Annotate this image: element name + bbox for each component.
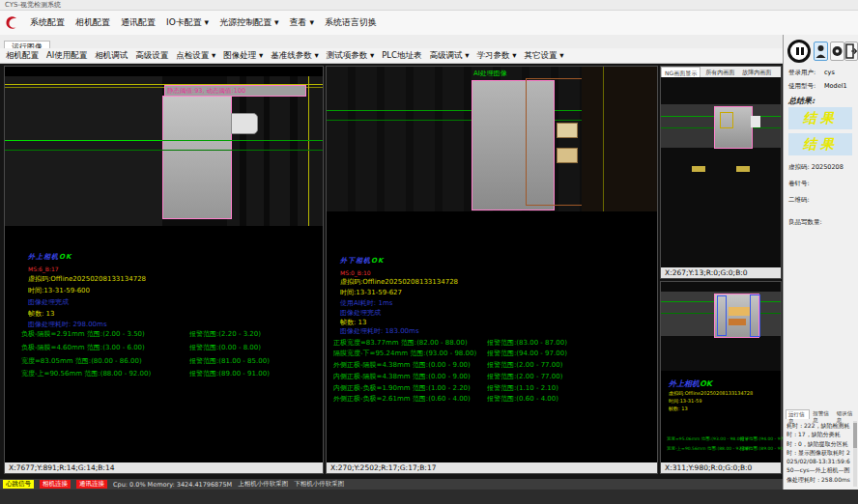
alarm-range: 报警范围:(2.00 - 77.00) [487, 372, 562, 381]
menu-item-camera-config[interactable]: 相机配置 [75, 16, 110, 29]
camera-panel-outer-upper: 静态阈值:93, 动态阈值:100 外上相机OK MS:6_B:17 虚拟码:O… [4, 66, 324, 474]
toolbar-item-image-processing[interactable]: 图像处理 ▾ [223, 50, 263, 62]
result-ok: OK [59, 253, 72, 261]
user-login-button[interactable] [814, 42, 828, 61]
electrode-region [162, 96, 232, 219]
log-scrollbar[interactable] [853, 421, 857, 487]
menu-item-system-config[interactable]: 系统配置 [30, 16, 65, 29]
toolbar-item-advanced-settings[interactable]: 高级设置 [135, 50, 168, 62]
highlight-spot [736, 166, 750, 172]
total-result-label: 总结果: [788, 96, 815, 106]
baseline-yellow-vertical [308, 76, 309, 226]
ng-viewport-top[interactable] [661, 77, 781, 268]
virtual-code: 虚拟码:Offline20250208133134728 [669, 390, 753, 396]
tab-ng-display[interactable]: NG画面显示 [661, 67, 701, 77]
alarm-range: 报警范围:(0.60 - 4.00) [487, 394, 558, 404]
camera-name: 外下相机 [340, 257, 371, 265]
capture-time: 时间:13-31-59 [669, 398, 701, 404]
toolbar-item-ai-config[interactable]: AI使用配置 [46, 50, 87, 62]
camera-result-title: 外上相机OK [669, 378, 712, 389]
measurement-row: 外侧正极-负极=2.61mm 范围:(0.60 - 4.00) [333, 394, 471, 404]
cpu-memory-status: Cpu: 0.0% Memory: 3424.41796875M [113, 481, 232, 489]
pause-icon [801, 47, 804, 55]
ng-display-panel-2: 外上相机OK 虚拟码:Offline20250208133134728 时间:1… [660, 281, 782, 474]
alarm-range: 报警范围:(0.00 - 8.00) [189, 343, 261, 352]
highlight-spot [692, 166, 705, 172]
tab-strip: 运行图像 [0, 35, 783, 49]
frame-count: 帧数: 13 [28, 309, 55, 319]
alarm-range: 报警范围:(2.20 - 3.20) [189, 329, 261, 339]
camera-result-title: 外下相机OK [340, 256, 384, 266]
toolbar-item-learning-params[interactable]: 学习参数 ▾ [476, 50, 516, 62]
camera-name: 外上相机 [669, 379, 700, 388]
camera-viewport-outer-lower[interactable]: AI处理图像 [327, 67, 657, 211]
model-label: 使用型号: [788, 82, 815, 91]
login-user-value: cys [824, 69, 835, 76]
app-logo-icon [4, 14, 19, 32]
menu-item-io-config[interactable]: IO卡配置 ▾ [166, 16, 209, 29]
ng-viewport-bottom[interactable] [661, 282, 781, 371]
highlight-spot [729, 319, 746, 325]
lower-camera-status: 下相机小停软采图 [294, 480, 344, 489]
measure-line-green [5, 150, 323, 151]
ng-info: MS:0_B:10 [340, 269, 371, 276]
toolbar: 相机配置 AI使用配置 相机调试 高级设置 点检设置 ▾ 图像处理 ▾ 基准线参… [0, 48, 783, 64]
tab-all-images[interactable]: 所有内画面 [702, 67, 737, 77]
tab-error-log[interactable]: 错误信息 [835, 409, 857, 419]
tab-feature [231, 113, 258, 134]
menu-item-language[interactable]: 系统语言切换 [325, 16, 377, 29]
toolbar-item-other-settings[interactable]: 其它设置 ▾ [524, 50, 563, 62]
toolbar-item-camera-config[interactable]: 相机配置 [6, 50, 39, 62]
toolbar-item-advanced-debug[interactable]: 高级调试 ▾ [430, 50, 470, 62]
camera-name: 外上相机 [28, 253, 59, 261]
window-title: CYS-视觉检测系统 [5, 1, 61, 9]
result-text: 结果 [803, 136, 838, 154]
tab-run-log[interactable]: 运行信息 [786, 409, 810, 419]
baseline-yellow-vertical [603, 67, 604, 211]
needle-number-label: 卷针号: [788, 180, 810, 188]
ng-display-panel: NG画面显示 所有内画面 故障内画面 X:267;Y:13;R:0;G:0;B:… [660, 66, 782, 279]
upper-camera-status: 上相机小停软采图 [238, 480, 288, 489]
menubar: 系统配置 相机配置 通讯配置 IO卡配置 ▾ 光源控制配置 ▾ 查看 ▾ 系统语… [0, 11, 858, 35]
menu-item-view[interactable]: 查看 ▾ [290, 16, 314, 29]
alarm-range: 报警范围:(89.00 - 91.00) [189, 369, 270, 378]
pause-icon [796, 47, 799, 55]
alarm-range: 报警范围:(81.00 - 85.00) [189, 356, 270, 366]
toolbar-item-plc-table[interactable]: PLC地址表 [382, 50, 421, 62]
ng-info: MS:6_B:17 [28, 266, 59, 272]
process-time: 图像处理耗时: 298.00ms [28, 320, 107, 329]
pixel-coordinates: X:311;Y:980;R:0;G:0;B:0 [661, 462, 781, 473]
toolbar-item-camera-debug[interactable]: 相机调试 [95, 50, 128, 62]
camera-viewport-outer-upper[interactable]: 静态阈值:93, 动态阈值:100 [5, 76, 323, 226]
tab-fault-images[interactable]: 故障内画面 [739, 67, 774, 77]
log-text: 耗时：222，缺陷检测耗时：17，缺陷分类耗时：0，缺陷提取分区耗时：显示图像获… [786, 421, 850, 487]
machine-stripe [240, 76, 246, 226]
alarm-range: 报警范围:(1.10 - 2.10) [487, 383, 558, 393]
tab-alarm-log[interactable]: 报警信息 [811, 409, 833, 419]
pause-button[interactable] [787, 40, 811, 63]
measurement-row: 宽度=83.05mm 范围:(80.00 - 86.00) [21, 356, 142, 366]
threshold-label: 静态阈值:93, 动态阈值:100 [164, 85, 306, 97]
toolbar-item-baseline-params[interactable]: 基准线参数 ▾ [271, 50, 318, 62]
measurement-row: 内侧正极-负极=1.90mm 范围:(1.00 - 2.20) [333, 383, 471, 393]
camera-result-title: 外上相机OK [28, 252, 72, 262]
toolbar-item-test-params[interactable]: 测试项参数 ▾ [327, 50, 374, 62]
status-bar: 心跳信号 相机连接 通讯连接 Cpu: 0.0% Memory: 3424.41… [0, 479, 783, 490]
capture-time: 时间:13-31-59-600 [28, 286, 90, 295]
qrcode-label: 二维码: [788, 196, 810, 205]
process-done: 图像处理完成 [28, 297, 69, 307]
measure-line-green-bright [5, 140, 162, 141]
scrollbar-thumb[interactable] [853, 423, 857, 448]
measurement-row: 外侧正极-隔膜=4.38mm 范围:(0.00 - 9.00) [333, 360, 471, 370]
settings-button[interactable] [830, 42, 844, 61]
result-display-2: 结果 [788, 133, 852, 155]
measurement-row: 宽度=95.06mm 范围:(93.00 - 98.00) [667, 436, 744, 441]
menu-item-light-config[interactable]: 光源控制配置 ▾ [219, 16, 278, 29]
virtual-code-label: 虚拟码: 20250208 [788, 163, 844, 172]
toolbar-item-spot-check[interactable]: 点检设置 ▾ [176, 50, 215, 62]
pixel-coordinates: X:7677;Y:891;R:14;G:14;B:14 [5, 462, 323, 473]
menu-item-comm-config[interactable]: 通讯配置 [121, 16, 156, 29]
machine-stripe [264, 76, 270, 226]
highlight-spot [751, 116, 760, 127]
exit-button[interactable] [844, 42, 858, 61]
